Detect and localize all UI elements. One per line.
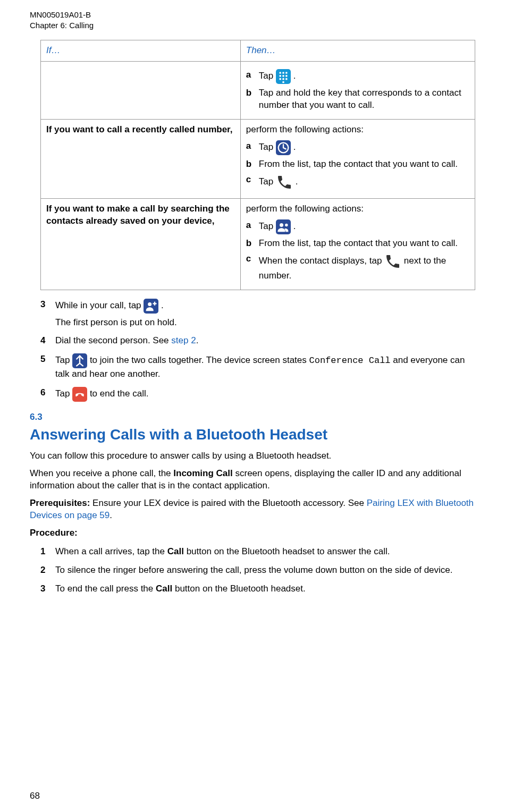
- step-text: Dial the second person. See: [55, 335, 171, 345]
- substep-label: b: [246, 158, 251, 171]
- table-row: a Tap . b Tap and hold the key that corr…: [240, 61, 475, 119]
- svg-point-7: [282, 78, 284, 80]
- procedure-label: Procedure:: [30, 528, 78, 538]
- section-title: Answering Calls with a Bluetooth Headset: [30, 425, 475, 445]
- substep-text: .: [293, 142, 296, 152]
- svg-point-3: [279, 75, 281, 77]
- intro-text: perform the following actions:: [246, 124, 364, 134]
- step-text: Call: [167, 546, 184, 556]
- substep-text: .: [293, 71, 296, 81]
- intro-text: perform the following actions:: [246, 204, 364, 214]
- step-text: When a call arrives, tap the: [55, 546, 167, 556]
- chapter-label: Chapter 6: Calling: [30, 21, 94, 30]
- step-text: To silence the ringer before answering t…: [55, 564, 475, 577]
- svg-point-12: [285, 223, 288, 226]
- table-row: If you want to make a call by searching …: [41, 198, 241, 290]
- table-row: perform the following actions: a Tap . b…: [240, 198, 475, 290]
- svg-point-1: [282, 72, 284, 74]
- svg-point-4: [282, 75, 284, 77]
- page-number: 68: [30, 790, 40, 802]
- step-number: 2: [40, 564, 45, 577]
- substep-text: .: [293, 221, 296, 231]
- step-text: The first person is put on hold.: [55, 317, 475, 329]
- step-text: Tap: [55, 389, 72, 399]
- step-number: 3: [40, 583, 45, 595]
- step-text: .: [196, 335, 199, 345]
- step-number: 3: [40, 299, 45, 311]
- step-text: While in your call, tap: [55, 300, 144, 310]
- table-header-if: If…: [41, 40, 241, 62]
- substep-label: c: [246, 174, 251, 186]
- svg-point-0: [279, 72, 281, 74]
- step-text: button on the Bluetooth headset to answe…: [187, 546, 390, 556]
- substep-label: a: [246, 69, 251, 81]
- step-text: Tap: [55, 356, 72, 366]
- phone-icon: [276, 174, 293, 191]
- phone-icon: [384, 253, 401, 270]
- contacts-icon: [276, 219, 291, 234]
- body-text: Ensure your LEX device is paired with th…: [92, 498, 367, 508]
- step-text: to end the call.: [90, 389, 149, 399]
- step-text: .: [161, 300, 164, 310]
- svg-point-11: [280, 223, 283, 227]
- svg-point-5: [285, 75, 288, 77]
- substep-label: a: [246, 219, 251, 232]
- add-call-icon: [144, 299, 158, 314]
- step-text: to join the two calls together. The devi…: [90, 356, 309, 366]
- step-number: 1: [40, 546, 45, 558]
- svg-point-9: [282, 81, 284, 83]
- substep-text: From the list, tap the contact that you …: [259, 238, 458, 248]
- body-text: When you receive a phone call, the: [30, 468, 173, 478]
- svg-point-8: [285, 78, 288, 80]
- step-number: 6: [40, 387, 45, 399]
- substep-label: a: [246, 140, 251, 153]
- section-number: 6.3: [30, 411, 475, 424]
- substep-text: When the contact displays, tap: [259, 256, 384, 266]
- svg-point-13: [148, 302, 152, 306]
- body-text: You can follow this procedure to answer …: [30, 450, 475, 462]
- table-header-then: Then…: [240, 40, 475, 62]
- dialpad-icon: [276, 69, 291, 84]
- body-text: Prerequisites:: [30, 498, 92, 508]
- substep-label: b: [246, 238, 251, 250]
- substep-label: c: [246, 253, 251, 265]
- merge-icon: [72, 353, 87, 368]
- table-row: [41, 61, 241, 119]
- substep-text: .: [296, 176, 298, 187]
- table-row: perform the following actions: a Tap . b…: [240, 119, 475, 198]
- step-number: 5: [40, 353, 45, 366]
- substep-text: Tap: [259, 71, 276, 81]
- step-text: Call: [156, 583, 172, 594]
- substep-text: Tap: [259, 221, 276, 231]
- step-text: button on the Bluetooth headset.: [175, 583, 306, 594]
- step-2-link[interactable]: step 2: [171, 335, 196, 345]
- substep-text: Tap: [259, 142, 276, 152]
- end-call-icon: [72, 387, 87, 402]
- screen-state-text: Conference Call: [309, 356, 391, 366]
- body-text: .: [110, 510, 112, 520]
- substep-text: From the list, tap the contact that you …: [259, 159, 458, 169]
- body-text: Incoming Call: [173, 468, 232, 478]
- table-row: If you want to call a recently called nu…: [41, 119, 241, 198]
- svg-point-2: [285, 72, 288, 74]
- substep-text: Tap and hold the key that corresponds to…: [259, 88, 461, 110]
- step-text: To end the call press the: [55, 583, 156, 594]
- doc-id: MN005019A01-B: [30, 10, 91, 19]
- substep-text: Tap: [259, 176, 276, 187]
- substep-label: b: [246, 87, 251, 99]
- step-number: 4: [40, 335, 45, 347]
- svg-point-6: [279, 78, 281, 80]
- recent-icon: [276, 140, 291, 155]
